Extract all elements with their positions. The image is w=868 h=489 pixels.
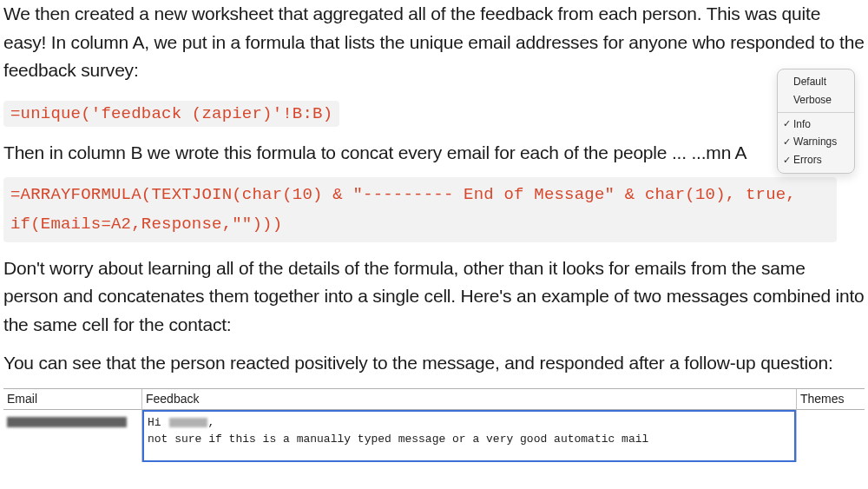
cell-themes	[797, 410, 865, 419]
menu-item-warnings[interactable]: ✓ Warnings	[778, 133, 854, 151]
header-email: Email	[3, 389, 141, 410]
header-feedback: Feedback	[142, 389, 796, 410]
code-formula-unique: =unique('feedback (zapier)'!B:B)	[3, 101, 339, 127]
feedback-line-2: not sure if this is a manually typed mes…	[148, 432, 789, 448]
paragraph-intro: We then created a new worksheet that agg…	[3, 0, 865, 85]
check-icon: ✓	[783, 117, 793, 130]
code-line-1: =ARRAYFORMULA(TEXTJOIN(char(10) & "-----…	[10, 181, 830, 208]
feedback-greeting: Hi ,	[148, 415, 789, 432]
greeting-prefix: Hi	[148, 416, 168, 429]
menu-label-warnings: Warnings	[793, 135, 837, 149]
header-themes: Themes	[797, 389, 865, 410]
cell-email	[3, 410, 141, 439]
column-themes: Themes	[797, 389, 865, 462]
column-email: Email	[3, 389, 142, 462]
redacted-email	[7, 417, 127, 427]
cell-feedback-selected[interactable]: Hi , not sure if this is a manually type…	[142, 410, 796, 462]
check-icon: ✓	[783, 154, 793, 167]
menu-item-verbose[interactable]: Verbose	[778, 91, 854, 109]
menu-label-errors: Errors	[793, 153, 822, 168]
greeting-suffix: ,	[207, 416, 214, 429]
check-icon: ✓	[783, 135, 793, 149]
menu-label-default: Default	[793, 75, 826, 89]
redacted-name	[169, 418, 207, 427]
verbosity-menu[interactable]: Default Verbose ✓ Info ✓ Warnings ✓ Erro…	[777, 69, 855, 174]
paragraph-reaction: You can see that the person reacted posi…	[3, 349, 865, 378]
menu-separator	[778, 112, 854, 113]
feedback-table: Email Feedback Hi , not sure if this is …	[3, 388, 865, 462]
menu-item-errors[interactable]: ✓ Errors	[778, 151, 854, 169]
menu-item-default[interactable]: Default	[778, 73, 854, 91]
menu-label-info: Info	[793, 117, 811, 132]
menu-item-info[interactable]: ✓ Info	[778, 116, 854, 134]
column-feedback: Feedback Hi , not sure if this is a manu…	[142, 389, 797, 462]
code-line-2: if(Emails=A2,Response,"")))	[10, 210, 830, 238]
paragraph-column-b: Then in column B we wrote this formula t…	[3, 139, 865, 168]
paragraph-explain: Don't worry about learning all of the de…	[3, 254, 865, 340]
code-formula-arrayformula: =ARRAYFORMULA(TEXTJOIN(char(10) & "-----…	[3, 177, 837, 242]
menu-label-verbose: Verbose	[793, 93, 832, 108]
